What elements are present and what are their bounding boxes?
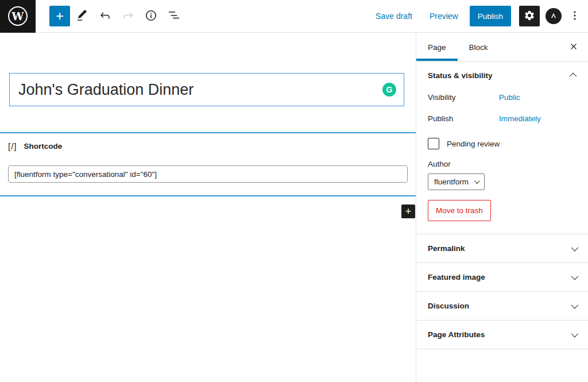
- redo-icon: [121, 9, 135, 24]
- chevron-up-icon: [570, 73, 577, 80]
- page-attributes-header[interactable]: Page Attributes: [416, 321, 588, 349]
- add-block-button[interactable]: +: [401, 204, 415, 218]
- discussion-panel: Discussion: [416, 292, 588, 321]
- author-label: Author: [428, 160, 577, 168]
- status-visibility-content: Visibility Public Publish Immediately Pe…: [416, 90, 588, 234]
- wordpress-logo[interactable]: W: [0, 0, 36, 33]
- kebab-icon: [568, 9, 581, 24]
- shortcode-block-header: [/] Shortcode: [8, 141, 408, 151]
- pending-review-label: Pending review: [447, 140, 500, 148]
- page-attributes-panel: Page Attributes: [416, 321, 588, 349]
- editor-canvas: G [/] Shortcode +: [0, 33, 416, 382]
- shortcode-block[interactable]: [/] Shortcode: [0, 132, 416, 196]
- details-button[interactable]: [140, 6, 162, 26]
- redo-button[interactable]: [117, 6, 139, 26]
- toolbar-right-group: Save draft Preview Publish: [370, 6, 588, 26]
- featured-image-panel: Featured image: [416, 263, 588, 292]
- tab-block[interactable]: Block: [458, 33, 500, 61]
- status-visibility-title: Status & visibility: [428, 71, 493, 80]
- visibility-value-button[interactable]: Public: [499, 93, 520, 102]
- permalink-title: Permalink: [428, 244, 465, 253]
- close-icon: [568, 41, 579, 53]
- discussion-header[interactable]: Discussion: [416, 292, 588, 320]
- plugin-brand-button[interactable]: [546, 8, 562, 24]
- options-menu-button[interactable]: [567, 6, 582, 26]
- featured-image-header[interactable]: Featured image: [416, 263, 588, 291]
- page-attributes-title: Page Attributes: [428, 330, 485, 339]
- list-view-icon: [167, 9, 181, 24]
- toolbar-left-group: W +: [0, 0, 185, 32]
- publish-value-button[interactable]: Immediately: [499, 114, 541, 123]
- status-visibility-panel: Status & visibility Visibility Public Pu…: [416, 61, 588, 234]
- page-title-input[interactable]: [10, 81, 382, 99]
- grammarly-icon[interactable]: G: [382, 83, 396, 97]
- save-draft-button[interactable]: Save draft: [370, 7, 418, 25]
- status-visibility-header[interactable]: Status & visibility: [416, 61, 588, 90]
- block-inserter-button[interactable]: +: [49, 6, 70, 26]
- undo-button[interactable]: [94, 6, 116, 26]
- shortcode-icon: [/]: [8, 141, 17, 151]
- settings-button[interactable]: [519, 6, 540, 26]
- sidebar-tabs: Page Block: [416, 33, 588, 61]
- move-to-trash-button[interactable]: Move to trash: [428, 200, 491, 221]
- brand-a-icon: [549, 11, 558, 22]
- discussion-title: Discussion: [428, 302, 469, 310]
- author-select[interactable]: fluentform: [428, 173, 485, 190]
- list-view-button[interactable]: [163, 6, 185, 26]
- pencil-icon: [75, 9, 89, 24]
- shortcode-block-label: Shortcode: [24, 142, 63, 151]
- visibility-row: Visibility Public: [428, 93, 577, 102]
- visibility-label: Visibility: [428, 93, 499, 102]
- publish-button[interactable]: Publish: [470, 6, 511, 26]
- shortcode-block-inner: [/] Shortcode: [0, 133, 416, 195]
- undo-icon: [98, 9, 112, 24]
- chevron-down-icon: [571, 330, 579, 338]
- permalink-header[interactable]: Permalink: [416, 234, 588, 263]
- gear-icon: [524, 10, 535, 23]
- permalink-panel: Permalink: [416, 234, 588, 263]
- pending-review-row: Pending review: [428, 138, 577, 149]
- chevron-down-icon: [571, 273, 579, 280]
- tab-page[interactable]: Page: [416, 33, 458, 61]
- edit-mode-button[interactable]: [71, 6, 93, 26]
- shortcode-text-input[interactable]: [8, 165, 408, 183]
- close-sidebar-button[interactable]: [559, 33, 588, 61]
- settings-sidebar: Page Block Status & visibility Visibilit…: [416, 33, 588, 382]
- wordpress-w-icon: W: [8, 6, 28, 26]
- chevron-down-icon: [571, 244, 579, 252]
- preview-button[interactable]: Preview: [424, 7, 464, 25]
- publish-label: Publish: [428, 114, 499, 123]
- editor-toolbar: W + Save draft: [0, 0, 588, 33]
- chevron-down-icon: [571, 302, 579, 309]
- publish-row: Publish Immediately: [428, 114, 577, 123]
- featured-image-title: Featured image: [428, 273, 485, 281]
- chevron-down-icon: [474, 178, 480, 184]
- info-icon: [144, 9, 158, 24]
- page-title-block[interactable]: G: [9, 73, 404, 106]
- author-select-value: fluentform: [434, 178, 469, 186]
- pending-review-checkbox[interactable]: [428, 138, 439, 149]
